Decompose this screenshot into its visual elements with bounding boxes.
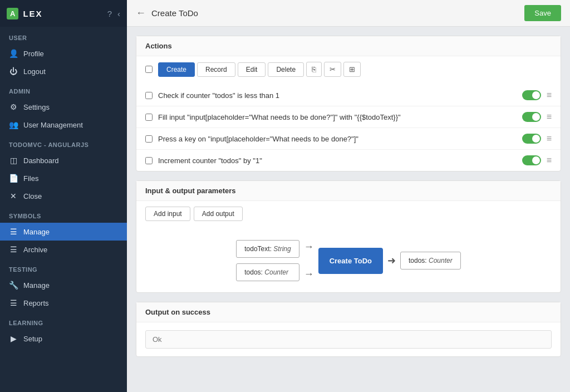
sidebar-item-label-files: Files	[23, 174, 38, 183]
sidebar-item-label-user-management: User Management	[23, 121, 83, 129]
sidebar-item-label-profile: Profile	[23, 50, 44, 58]
grid-icon-button[interactable]: ⊞	[343, 62, 361, 77]
save-button[interactable]: Save	[524, 5, 561, 21]
app-title: LEX	[23, 9, 42, 18]
output-success-title: Output on success	[136, 302, 561, 322]
output-success-card: Output on success	[136, 302, 561, 357]
reports-icon: ☰	[9, 298, 18, 307]
help-icon[interactable]: ?	[107, 9, 112, 18]
action-row-text-3: Increment counter "todos" by "1"	[158, 156, 517, 165]
sidebar-item-testing-manage[interactable]: 🔧Manage	[0, 276, 127, 294]
output-success-body	[136, 322, 561, 356]
create-button[interactable]: Create	[158, 62, 195, 77]
sidebar-item-settings[interactable]: ⚙Settings	[0, 98, 127, 116]
collapse-icon[interactable]: ‹	[117, 9, 120, 18]
action-row-checkbox-2[interactable]	[145, 135, 153, 143]
sidebar-item-label-archive: Archive	[23, 246, 47, 254]
back-button[interactable]: ←	[136, 7, 146, 19]
action-rows: Check if counter "todos" is less than 1≡…	[136, 85, 561, 171]
action-row-toggle-0[interactable]	[522, 90, 541, 100]
flow-input-box-1: todos: Counter	[236, 263, 299, 281]
sidebar-item-close[interactable]: ✕Close	[0, 187, 127, 205]
delete-button[interactable]: Delete	[268, 62, 304, 77]
cut-icon-button[interactable]: ✂	[324, 62, 341, 77]
sidebar-item-label-reports: Reports	[23, 299, 49, 307]
sidebar-item-label-manage: Manage	[23, 228, 50, 236]
sidebar-section-title-testing: Testing	[0, 258, 127, 276]
testing-manage-icon: 🔧	[9, 281, 18, 290]
action-row-menu-icon-0[interactable]: ≡	[547, 90, 552, 100]
action-row: Increment counter "todos" by "1"≡	[136, 150, 561, 171]
page-title: Create ToDo	[151, 8, 198, 18]
param-buttons: Add input Add output	[136, 201, 561, 229]
flow-input-arrows: →→	[304, 241, 314, 280]
files-icon: 📄	[9, 174, 18, 183]
sidebar-header-icons: ? ‹	[107, 9, 120, 18]
action-row: Fill input "input[placeholder="What need…	[136, 106, 561, 128]
flow-inputs: todoText: Stringtodos: Counter	[236, 240, 299, 281]
sidebar-section-title-user: User	[0, 27, 127, 45]
sidebar-section-title-admin: Admin	[0, 80, 127, 98]
action-row: Press a key on "input[placeholder="What …	[136, 128, 561, 150]
flow-input-box-0: todoText: String	[236, 240, 299, 258]
logout-icon: ⏻	[9, 67, 18, 76]
close-icon: ✕	[9, 192, 18, 200]
flow-center-node: Create ToDo	[318, 248, 383, 274]
sidebar-item-manage[interactable]: ☰Manage	[0, 223, 127, 241]
sidebar: A LEX ? ‹ User👤Profile⏻LogoutAdmin⚙Setti…	[0, 0, 127, 392]
sidebar-item-archive[interactable]: ☰Archive	[0, 241, 127, 258]
action-row-checkbox-1[interactable]	[145, 114, 153, 121]
action-row-menu-icon-1[interactable]: ≡	[547, 112, 552, 122]
flow-input-arrow-0: →	[304, 241, 314, 253]
archive-icon: ☰	[9, 245, 18, 254]
params-card: Input & output parameters Add input Add …	[136, 180, 561, 293]
copy-icon-button[interactable]: ⎘	[306, 62, 322, 77]
action-row-menu-icon-3[interactable]: ≡	[547, 155, 552, 165]
add-output-button[interactable]: Add output	[194, 207, 243, 221]
user-management-icon: 👥	[9, 120, 18, 129]
sidebar-item-label-setup: Setup	[23, 335, 42, 343]
sidebar-item-label-settings: Settings	[23, 103, 50, 111]
main-area: ← Create ToDo Save Actions Create Record…	[127, 0, 570, 392]
sidebar-item-label-dashboard: Dashboard	[23, 156, 59, 165]
record-button[interactable]: Record	[197, 62, 235, 77]
action-row-checkbox-3[interactable]	[145, 157, 153, 164]
content-area: Actions Create Record Edit Delete ⎘ ✂ ⊞ …	[127, 27, 570, 392]
action-row: Check if counter "todos" is less than 1≡	[136, 85, 561, 106]
action-row-text-0: Check if counter "todos" is less than 1	[158, 91, 517, 100]
action-row-toggle-2[interactable]	[522, 134, 541, 144]
sidebar-item-reports[interactable]: ☰Reports	[0, 294, 127, 312]
action-row-text-2: Press a key on "input[placeholder="What …	[158, 135, 517, 143]
sidebar-section-title-learning: Learning	[0, 312, 127, 330]
output-success-input[interactable]	[145, 330, 552, 349]
action-row-toggle-1[interactable]	[522, 112, 541, 122]
flow-output-arrow: ➜	[387, 254, 396, 267]
sidebar-section-title-symbols: Symbols	[0, 205, 127, 223]
sidebar-item-logout[interactable]: ⏻Logout	[0, 62, 127, 80]
flow-output-node: todos: Counter	[400, 252, 461, 270]
action-row-toggle-3[interactable]	[522, 155, 541, 165]
settings-icon: ⚙	[9, 102, 18, 111]
add-input-button[interactable]: Add input	[145, 207, 190, 221]
setup-icon: ▶	[9, 334, 18, 343]
action-row-checkbox-0[interactable]	[145, 92, 153, 99]
action-row-menu-icon-2[interactable]: ≡	[547, 134, 552, 144]
sidebar-header: A LEX ? ‹	[0, 0, 127, 27]
profile-icon: 👤	[9, 49, 18, 58]
flow-input-arrow-1: →	[304, 268, 314, 280]
select-all-checkbox[interactable]	[145, 66, 153, 73]
sidebar-item-files[interactable]: 📄Files	[0, 169, 127, 187]
action-row-text-1: Fill input "input[placeholder="What need…	[158, 113, 517, 121]
sidebar-item-user-management[interactable]: 👥User Management	[0, 116, 127, 134]
sidebar-item-label-close: Close	[23, 192, 42, 200]
actions-card: Actions Create Record Edit Delete ⎘ ✂ ⊞ …	[136, 36, 561, 171]
edit-button[interactable]: Edit	[238, 62, 266, 77]
actions-title: Actions	[136, 36, 561, 56]
top-bar: ← Create ToDo Save	[127, 0, 570, 27]
actions-toolbar: Create Record Edit Delete ⎘ ✂ ⊞	[136, 56, 561, 85]
sidebar-item-profile[interactable]: 👤Profile	[0, 45, 127, 62]
sidebar-item-setup[interactable]: ▶Setup	[0, 330, 127, 347]
app-logo: A	[7, 8, 18, 19]
manage-icon: ☰	[9, 227, 18, 236]
sidebar-item-dashboard[interactable]: ◫Dashboard	[0, 151, 127, 169]
